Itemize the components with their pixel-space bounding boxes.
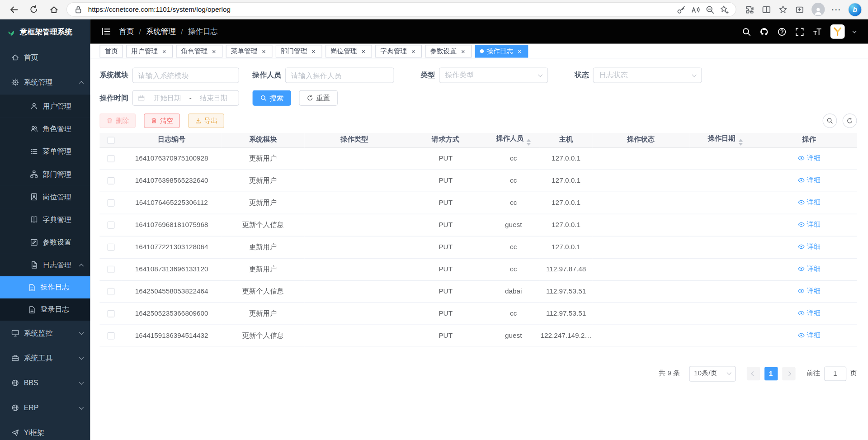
detail-link[interactable]: 详细 — [797, 153, 821, 163]
github-icon[interactable] — [760, 27, 769, 36]
extensions-icon[interactable] — [745, 5, 755, 14]
sidebar-item-oper-log[interactable]: 操作日志 — [0, 276, 90, 298]
goto-page-input[interactable] — [824, 366, 846, 381]
sidebar-item-role-mgmt[interactable]: 角色管理 — [0, 118, 90, 140]
refresh-table-button[interactable] — [843, 114, 857, 128]
browser-refresh-button[interactable] — [27, 2, 41, 17]
sidebar-item-post-mgmt[interactable]: 岗位管理 — [0, 185, 90, 208]
sidebar-item-bbs[interactable]: BBS — [0, 370, 90, 395]
user-avatar-logo[interactable] — [830, 24, 845, 39]
sort-caret-icon[interactable] — [526, 139, 531, 146]
tab-dict-mgmt[interactable]: 字典管理 — [375, 45, 422, 57]
end-date-placeholder[interactable]: 结束日期 — [194, 93, 234, 103]
current-page-button[interactable]: 1 — [764, 367, 777, 380]
detail-link[interactable]: 详细 — [797, 264, 821, 274]
sidebar-item-login-log[interactable]: 登录日志 — [0, 298, 90, 321]
row-checkbox[interactable] — [107, 199, 114, 207]
sidebar-item-log-mgmt[interactable]: 日志管理 — [0, 254, 90, 276]
row-checkbox[interactable] — [107, 266, 114, 273]
prev-page-button[interactable] — [746, 367, 760, 380]
add-favorite-star-icon[interactable] — [719, 5, 729, 14]
close-icon[interactable] — [160, 47, 168, 55]
col-operator[interactable]: 操作人员 — [487, 133, 540, 147]
sidebar-item-erp[interactable]: ERP — [0, 395, 90, 420]
close-icon[interactable] — [360, 47, 367, 55]
col-date[interactable]: 操作日期 — [689, 133, 761, 147]
tab-param-settings[interactable]: 参数设置 — [425, 45, 472, 57]
sidebar-item-dict-mgmt[interactable]: 字典管理 — [0, 208, 90, 231]
address-bar[interactable]: https://ccnetcore.com:1101/system/log/op… — [66, 2, 736, 17]
detail-link[interactable]: 详细 — [797, 286, 821, 296]
close-icon[interactable] — [516, 47, 523, 55]
row-checkbox[interactable] — [107, 244, 114, 251]
detail-link[interactable]: 详细 — [797, 242, 821, 251]
detail-link[interactable]: 详细 — [797, 220, 821, 229]
export-button[interactable]: 导出 — [188, 114, 224, 128]
breadcrumb-system[interactable]: 系统管理 — [146, 27, 176, 37]
row-checkbox[interactable] — [107, 155, 114, 162]
fullscreen-icon[interactable] — [795, 27, 804, 36]
breadcrumb-home[interactable]: 首页 — [119, 27, 134, 37]
help-question-icon[interactable] — [777, 27, 787, 36]
tab-menu-mgmt[interactable]: 菜单管理 — [226, 45, 273, 57]
app-logo[interactable]: 意框架管理系统 — [0, 19, 90, 45]
sidebar-item-dept-mgmt[interactable]: 部门管理 — [0, 163, 90, 185]
row-checkbox[interactable] — [107, 222, 114, 229]
collections-icon[interactable] — [795, 5, 804, 14]
font-size-icon[interactable] — [813, 27, 822, 36]
tab-user-mgmt[interactable]: 用户管理 — [126, 45, 173, 57]
row-checkbox[interactable] — [107, 332, 114, 340]
row-checkbox[interactable] — [107, 288, 114, 295]
read-aloud-icon[interactable] — [691, 5, 700, 14]
url-text[interactable]: https://ccnetcore.com:1101/system/log/op… — [88, 5, 671, 13]
operator-input[interactable] — [285, 67, 394, 83]
next-page-button[interactable] — [782, 367, 795, 380]
bing-icon[interactable] — [849, 3, 861, 16]
sidebar-item-menu-mgmt[interactable]: 菜单管理 — [0, 140, 90, 163]
delete-button[interactable]: 删除 — [99, 114, 136, 128]
tab-dept-mgmt[interactable]: 部门管理 — [276, 45, 322, 57]
close-icon[interactable] — [310, 47, 317, 55]
close-icon[interactable] — [410, 47, 417, 55]
detail-link[interactable]: 详细 — [797, 175, 821, 185]
tab-oper-log[interactable]: 操作日志 — [475, 45, 528, 57]
sidebar-item-yiframe[interactable]: Yi框架 — [0, 420, 90, 440]
profile-avatar[interactable] — [811, 3, 824, 16]
browser-home-button[interactable] — [47, 2, 61, 17]
close-icon[interactable] — [459, 47, 467, 55]
sidebar-item-home[interactable]: 首页 — [0, 45, 90, 70]
sidebar-item-system[interactable]: 系统管理 — [0, 70, 90, 95]
select-all-checkbox[interactable] — [107, 137, 114, 144]
sort-caret-icon[interactable] — [738, 139, 743, 146]
close-icon[interactable] — [260, 47, 268, 55]
favorites-star-icon[interactable] — [778, 5, 788, 14]
page-size-select[interactable]: 10条/页 — [689, 366, 736, 381]
zoom-out-icon[interactable] — [705, 5, 714, 14]
detail-link[interactable]: 详细 — [797, 308, 821, 318]
row-checkbox[interactable] — [107, 177, 114, 185]
sidebar-item-user-mgmt[interactable]: 用户管理 — [0, 95, 90, 117]
sidebar-item-param-settings[interactable]: 参数设置 — [0, 231, 90, 254]
date-range-picker[interactable]: 开始日期 - 结束日期 — [132, 90, 239, 106]
sidebar-fold-icon[interactable] — [101, 27, 111, 37]
browser-menu-icon[interactable] — [832, 5, 841, 14]
split-screen-icon[interactable] — [761, 5, 771, 14]
reset-button[interactable]: 重置 — [299, 90, 338, 106]
avatar-caret-down-icon[interactable] — [853, 29, 857, 33]
type-select[interactable]: 操作类型 — [439, 67, 548, 83]
module-input[interactable] — [132, 67, 239, 83]
sidebar-item-monitor[interactable]: 系统监控 — [0, 321, 90, 345]
sidebar-item-tools[interactable]: 系统工具 — [0, 345, 90, 370]
tab-post-mgmt[interactable]: 岗位管理 — [326, 45, 372, 57]
tab-role-mgmt[interactable]: 角色管理 — [176, 45, 222, 57]
row-checkbox[interactable] — [107, 310, 114, 317]
search-icon[interactable] — [742, 27, 751, 36]
browser-back-button[interactable] — [7, 2, 21, 17]
clear-button[interactable]: 清空 — [144, 114, 180, 128]
status-select[interactable]: 日志状态 — [593, 67, 702, 83]
detail-link[interactable]: 详细 — [797, 331, 821, 340]
password-key-icon[interactable] — [676, 5, 686, 14]
show-search-toggle-button[interactable] — [823, 114, 837, 128]
tab-home[interactable]: 首页 — [99, 45, 123, 57]
search-button[interactable]: 搜索 — [252, 90, 291, 106]
